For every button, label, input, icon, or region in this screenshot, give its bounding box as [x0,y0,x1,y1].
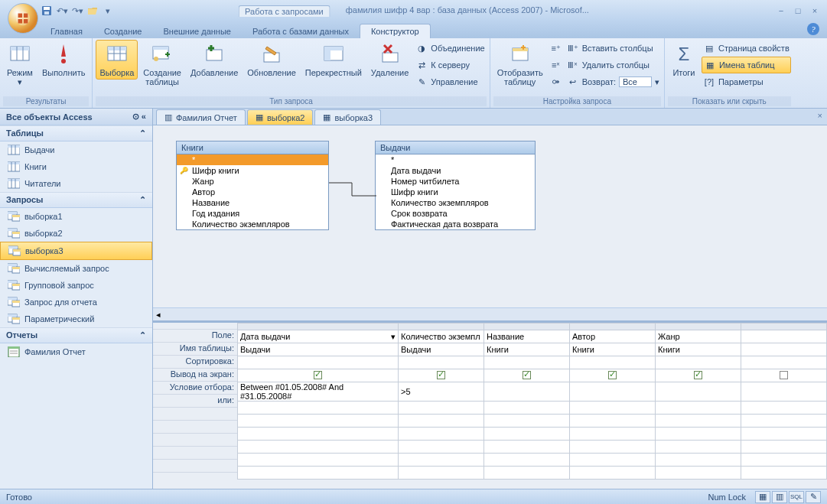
grid-cell[interactable] [741,428,827,441]
tab-dbtools[interactable]: Работа с базами данных [242,24,360,38]
field-cell[interactable]: Название [484,330,570,343]
grid-cell[interactable] [238,415,399,428]
pivot-view-button[interactable]: ▥ [772,491,787,503]
grid-cell[interactable] [484,415,570,428]
checkbox-checked-icon[interactable] [314,371,322,379]
field-row[interactable]: Фактическая дата возврата [376,219,535,229]
field-row[interactable]: Количество экземпляров [177,219,328,229]
insertrows-button[interactable]: ≡⁺ [549,40,564,57]
field-row[interactable]: Срок возврата [376,208,535,219]
office-button[interactable] [8,3,38,34]
save-icon[interactable] [40,4,54,18]
grid-cell[interactable] [484,441,570,454]
tab-create[interactable]: Создание [93,24,153,38]
run-button[interactable]: Выполнить [38,40,89,80]
doctab-report[interactable]: ▥Фамилия Отчет [156,109,246,125]
col-selector[interactable] [570,324,656,330]
grid-cell[interactable] [484,402,570,415]
table-cell[interactable]: Книги [570,343,656,356]
grid-cell[interactable] [656,454,741,467]
tab-home[interactable]: Главная [40,24,93,38]
builder-button[interactable]: ⚩ [549,73,564,90]
grid-cell[interactable] [399,441,484,454]
table-box-books[interactable]: Книги *🔑Шифр книгиЖанрАвторНазваниеГод и… [176,141,329,230]
close-doc-button[interactable]: × [818,111,822,120]
col-selector[interactable] [399,324,484,330]
restore-button[interactable]: □ [792,6,804,15]
insertcols-button[interactable]: Ⅲ⁺Вставить столбцы [565,40,661,57]
tablenames-button[interactable]: ▦Имена таблиц [702,57,791,73]
field-row[interactable]: Название [177,197,328,208]
propsheet-button[interactable]: ▤Страница свойств [702,40,791,57]
datadef-button[interactable]: ✎Управление [414,73,486,90]
grid-body[interactable]: Дата выдачи ▾Количество экземплНазваниеА… [237,323,827,489]
grid-cell[interactable] [484,467,570,480]
nav-item-query[interactable]: Групповой запрос [0,277,152,294]
deletecols-button[interactable]: ⅢˣУдалить столбцы [565,57,661,73]
field-cell[interactable]: Автор [570,330,656,343]
checkbox-checked-icon[interactable] [608,371,617,379]
checkbox-checked-icon[interactable] [523,371,531,379]
nav-item-query[interactable]: выборка2 [0,225,152,242]
grid-cell[interactable] [484,428,570,441]
criteria-cell[interactable] [656,382,741,402]
grid-cell[interactable] [741,454,827,467]
sort-cell[interactable] [484,356,570,369]
grid-cell[interactable] [741,467,827,480]
grid-cell[interactable] [399,415,484,428]
sort-cell[interactable] [656,356,741,369]
show-cell[interactable] [656,369,741,382]
nav-item-table[interactable]: Книги [0,158,152,175]
field-row[interactable]: 🔑Шифр книги [177,165,328,176]
grid-cell[interactable] [399,428,484,441]
col-selector[interactable] [238,324,399,330]
upper-scrollbar[interactable]: ◂ [153,307,827,320]
grid-cell[interactable] [741,402,827,415]
criteria-cell[interactable] [570,382,656,402]
checkbox-checked-icon[interactable] [437,371,445,379]
grid-cell[interactable] [238,441,399,454]
grid-cell[interactable] [570,415,656,428]
append-button[interactable]: Добавление [187,40,242,80]
grid-cell[interactable] [570,441,656,454]
show-cell[interactable] [238,369,399,382]
nav-section-tables[interactable]: Таблицы⌃ [0,125,152,141]
grid-cell[interactable] [741,441,827,454]
open-icon[interactable] [86,4,99,18]
nav-item-table[interactable]: Читатели [0,175,152,192]
nav-section-reports[interactable]: Отчеты⌃ [0,327,152,343]
table-cell[interactable]: Выдачи [238,343,399,356]
mode-button[interactable]: Режим▾ [3,40,37,89]
field-row[interactable]: Автор [177,187,328,197]
criteria-cell[interactable]: Between #01.05.2008# And #31.05.2008# [238,382,399,402]
nav-item-report[interactable]: Фамилия Отчет [0,343,152,360]
field-row[interactable]: Жанр [177,176,328,187]
nav-section-queries[interactable]: Запросы⌃ [0,192,152,208]
field-cell[interactable]: Количество экземпл [399,330,484,343]
delete-query-button[interactable]: Удаление [367,40,413,80]
grid-cell[interactable] [399,402,484,415]
params-button[interactable]: [?]Параметры [702,73,791,90]
grid-cell[interactable] [570,428,656,441]
field-row[interactable]: Номер читбилета [376,176,535,187]
field-cell[interactable]: Жанр [656,330,741,343]
undo-icon[interactable]: ↶▾ [55,4,69,18]
col-selector[interactable] [484,324,570,330]
showtable-button[interactable]: Отобразить таблицу [493,40,547,89]
grid-cell[interactable] [570,467,656,480]
sql-view-button[interactable]: SQL [789,491,804,503]
relationship-pane[interactable]: Книги *🔑Шифр книгиЖанрАвторНазваниеГод и… [153,125,827,307]
select-query-button[interactable]: Выборка [96,40,138,80]
nav-item-table[interactable]: Выдачи [0,141,152,158]
update-button[interactable]: Обновление [243,40,300,80]
grid-cell[interactable] [656,428,741,441]
show-cell[interactable] [399,369,484,382]
grid-cell[interactable] [238,402,399,415]
field-row[interactable]: * [376,154,535,165]
sort-cell[interactable] [570,356,656,369]
doctab-query3[interactable]: ▦выборка3 [314,109,381,125]
table-cell[interactable]: Книги [484,343,570,356]
totals-button[interactable]: Σ Итоги [668,40,700,80]
scroll-left-icon[interactable]: ◂ [156,310,161,320]
nav-item-query[interactable]: Вычисляемый запрос [0,260,152,277]
